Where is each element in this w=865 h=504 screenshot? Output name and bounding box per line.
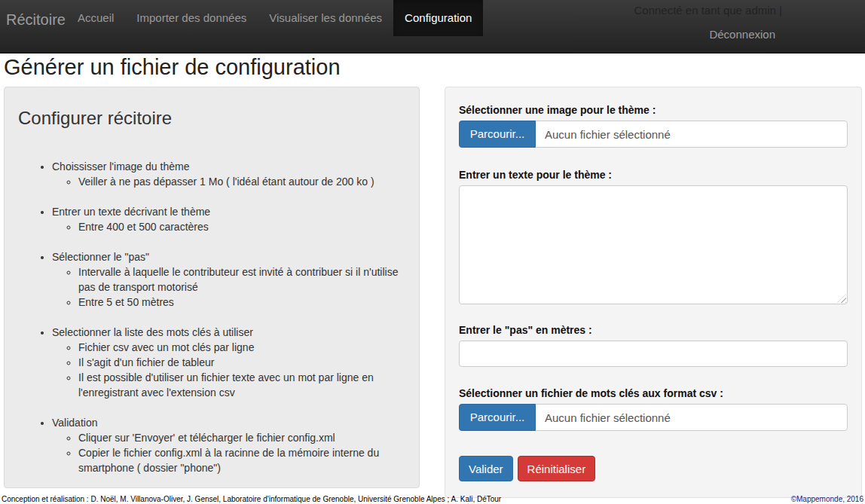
theme-textarea-wrap: [459, 185, 848, 304]
instruction-label: Choississer l'image du thème: [52, 160, 189, 173]
nav-item-visualiser[interactable]: Visualiser les données: [258, 0, 393, 36]
main-nav: Accueil Importer des données Visualiser …: [66, 0, 483, 36]
list-item: Entrer un texte décrivant le thème Entre…: [52, 204, 404, 234]
config-form-panel: Sélectionner une image pour le thème : P…: [445, 87, 862, 498]
instruction-subitem: Veiller à ne pas dépasser 1 Mo ( l'idéal…: [78, 174, 404, 189]
page-title: Générer un fichier de configuration: [4, 55, 341, 80]
instructions-heading: Configurer récitoire: [18, 108, 404, 129]
instruction-subitem: Intervalle à laquelle le contributeur es…: [78, 264, 404, 295]
instruction-label: Entrer un texte décrivant le thème: [52, 206, 210, 218]
theme-text-label: Entrer un texte pour le thème :: [459, 169, 848, 181]
list-item: Sélectionner le "pas" Intervalle à laque…: [52, 249, 404, 310]
brand-link[interactable]: Récitoire: [6, 11, 66, 29]
image-file-input[interactable]: Parcourir... Aucun fichier sélectionné: [459, 121, 848, 148]
step-input[interactable]: [459, 341, 848, 367]
theme-text-area[interactable]: [459, 185, 848, 304]
login-status-text: Connecté en tant que admin |: [634, 4, 782, 17]
reset-button[interactable]: Réinitialiser: [518, 456, 596, 481]
instruction-subitem: Il est possible d'utiliser un fichier te…: [78, 370, 404, 400]
instruction-subitem: Copier le fichier config.xml à la racinn…: [78, 445, 404, 475]
instructions-panel: Configurer récitoire Choississer l'image…: [4, 87, 420, 488]
submit-button[interactable]: Valider: [459, 456, 513, 481]
list-item: Validation Cliquer sur 'Envoyer' et télé…: [52, 415, 404, 475]
footer-credits: Conception et réalisation : D. Noël, M. …: [2, 495, 501, 503]
image-file-placeholder: Aucun fichier sélectionné: [536, 128, 671, 141]
instruction-label: Validation: [52, 417, 97, 429]
nav-item-importer[interactable]: Importer des données: [125, 0, 258, 36]
step-label: Entrer le "pas" en mètres :: [459, 324, 848, 336]
list-item: Choississer l'image du thème Veiller à n…: [52, 159, 404, 189]
instruction-subitem: Entre 400 et 500 caractères: [78, 219, 404, 234]
instruction-subitem: Cliquer sur 'Envoyer' et télécharger le …: [78, 430, 404, 445]
image-file-label: Sélectionner une image pour le thème :: [459, 104, 848, 116]
instruction-subitem: Il s'agit d'un fichier de tableur: [78, 355, 404, 370]
csv-file-input[interactable]: Parcourir... Aucun fichier sélectionné: [459, 404, 848, 431]
navbar: Récitoire Accueil Importer des données V…: [0, 0, 865, 53]
nav-item-accueil[interactable]: Accueil: [66, 0, 125, 36]
csv-file-placeholder: Aucun fichier sélectionné: [536, 411, 671, 424]
browse-csv-button[interactable]: Parcourir...: [459, 404, 536, 431]
instruction-label: Selectionner la liste des mots clés à ut…: [52, 326, 253, 338]
csv-file-label: Sélectionner un fichier de mots clés aux…: [459, 387, 848, 399]
instructions-list: Choississer l'image du thème Veiller à n…: [18, 159, 404, 475]
instruction-label: Sélectionner le "pas": [52, 251, 149, 263]
logout-link[interactable]: Déconnexion: [709, 28, 775, 41]
instruction-subitem: Fichier csv avec un mot clés par ligne: [78, 340, 404, 355]
list-item: Selectionner la liste des mots clés à ut…: [52, 325, 404, 400]
footer-copyright: ©Mappemonde, 2016: [791, 495, 863, 503]
nav-item-configuration[interactable]: Configuration: [393, 0, 483, 36]
form-actions: Valider Réinitialiser: [459, 456, 848, 481]
browse-image-button[interactable]: Parcourir...: [459, 121, 536, 148]
instruction-subitem: Entre 5 et 50 mètres: [78, 295, 404, 310]
